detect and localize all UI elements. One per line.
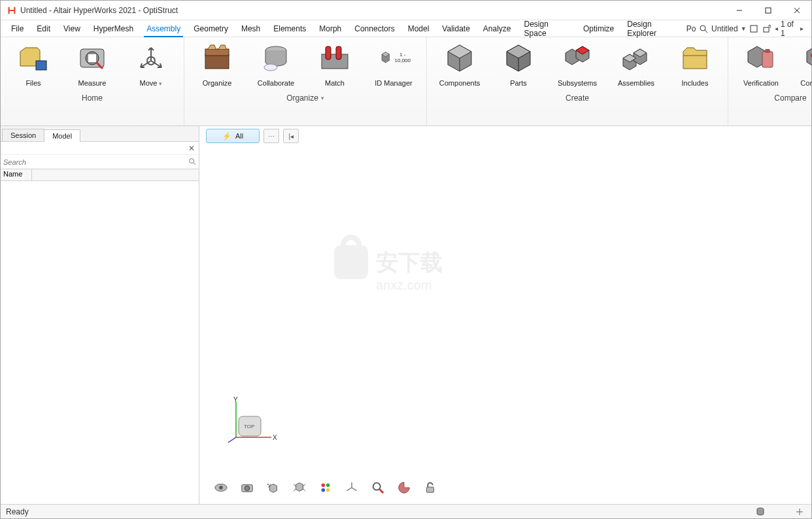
svg-rect-14	[205, 49, 229, 56]
chevron-down-icon[interactable]: ▼	[741, 25, 747, 32]
view-triad[interactable]: Y X TOP	[224, 397, 277, 452]
menu-morph[interactable]: Morph	[313, 20, 348, 37]
move-button[interactable]: Move ▾	[126, 41, 176, 87]
menu-assembly[interactable]: Assembly	[140, 20, 187, 37]
search-input[interactable]	[3, 158, 188, 166]
bolt-icon: ⚡	[222, 132, 231, 141]
menu-design-explorer[interactable]: Design Explorer	[620, 20, 686, 37]
svg-text:安下载: 安下载	[376, 250, 443, 275]
menu-validate[interactable]: Validate	[435, 20, 476, 37]
column-name[interactable]: Name	[1, 169, 32, 180]
model-tree[interactable]	[1, 181, 199, 504]
app-logo-icon	[7, 6, 16, 15]
includes-label: Includes	[682, 79, 709, 87]
lock-icon[interactable]	[422, 479, 439, 496]
svg-rect-1	[766, 8, 771, 13]
includes-icon	[678, 41, 712, 75]
parts-button[interactable]: Parts	[494, 41, 543, 87]
menu-model[interactable]: Model	[401, 20, 436, 37]
tab-model[interactable]: Model	[44, 129, 80, 142]
statusbar: Ready	[1, 504, 811, 518]
settings-corner-icon[interactable]	[793, 506, 806, 518]
fit-icon[interactable]	[291, 479, 308, 496]
parts-icon	[501, 41, 535, 75]
menu-optimize[interactable]: Optimize	[577, 20, 620, 37]
svg-point-16	[264, 64, 277, 71]
id-manager-button[interactable]: 1 - 10,000 ID Manager	[369, 41, 418, 87]
svg-point-39	[245, 486, 249, 490]
move-label: Move ▾	[140, 79, 163, 87]
measure-button[interactable]: Measure	[67, 41, 117, 87]
idmanager-icon: 1 - 10,000	[377, 41, 411, 75]
verification-button[interactable]: Verification	[736, 41, 786, 87]
match-icon	[318, 41, 352, 75]
page-prev-icon[interactable]: ◂	[775, 25, 778, 32]
organize-label: Organize	[203, 79, 232, 87]
render-icon[interactable]	[396, 479, 413, 496]
ribbon-group-home: Files Measure Move ▾ Home	[1, 37, 184, 126]
verification-icon	[744, 41, 778, 75]
menu-elements[interactable]: Elements	[267, 20, 313, 37]
components-button[interactable]: Components	[435, 41, 484, 87]
camera-icon[interactable]	[239, 479, 256, 496]
assemblies-label: Assemblies	[618, 79, 654, 87]
selector-all[interactable]: ⚡All	[206, 129, 260, 143]
tab-session[interactable]: Session	[2, 129, 44, 141]
square-icon[interactable]	[749, 23, 760, 35]
svg-rect-13	[205, 54, 229, 69]
search-icon[interactable]	[698, 23, 709, 35]
assemblies-button[interactable]: Assemblies	[611, 41, 661, 87]
files-icon	[16, 41, 50, 75]
menu-design-space[interactable]: Design Space	[518, 20, 577, 37]
comparison-button[interactable]: Comparison	[795, 41, 812, 87]
svg-line-25	[194, 162, 195, 164]
rotate-icon[interactable]	[265, 479, 282, 496]
svg-rect-46	[427, 487, 434, 492]
close-button[interactable]	[783, 1, 811, 20]
view-tools	[212, 479, 439, 496]
selector-more-button[interactable]: ⋯	[263, 129, 279, 143]
menu-analyze[interactable]: Analyze	[477, 20, 518, 37]
ribbon-group-compare: Verification Comparison Compare	[728, 37, 812, 126]
svg-point-44	[373, 483, 381, 490]
menu-file[interactable]: File	[5, 20, 30, 37]
status-db-icon[interactable]	[754, 506, 767, 518]
svg-point-24	[190, 158, 194, 163]
close-panel-icon[interactable]: ✕	[188, 144, 195, 153]
zoom-icon[interactable]	[369, 479, 386, 496]
menu-hypermesh[interactable]: HyperMesh	[87, 20, 140, 37]
eye-icon[interactable]	[212, 479, 229, 496]
files-label: Files	[25, 79, 41, 87]
includes-button[interactable]: Includes	[670, 41, 720, 87]
export-icon[interactable]	[762, 23, 772, 35]
maximize-button[interactable]	[754, 1, 783, 20]
palette-icon[interactable]	[317, 479, 334, 496]
menu-view[interactable]: View	[57, 20, 87, 37]
window-title: Untitled - Altair HyperWorks 2021 - Opti…	[20, 6, 178, 15]
minimize-button[interactable]	[725, 1, 754, 20]
axes-icon[interactable]	[343, 479, 360, 496]
menu-edit[interactable]: Edit	[30, 20, 57, 37]
chevron-down-icon[interactable]: ▾	[321, 95, 324, 101]
svg-point-37	[219, 486, 223, 490]
organize-icon	[200, 41, 234, 75]
organize-button[interactable]: Organize	[192, 41, 242, 87]
collaborate-label: Collaborate	[258, 79, 294, 87]
svg-rect-20	[762, 52, 773, 67]
selector-first-button[interactable]: |◂	[283, 129, 299, 143]
viewport[interactable]: ⚡All ⋯ |◂ 安下载 anxz.com Y X	[199, 126, 811, 504]
comparison-icon	[803, 41, 812, 75]
match-button[interactable]: Match	[310, 41, 360, 87]
menu-mesh[interactable]: Mesh	[235, 20, 267, 37]
document-name[interactable]: Untitled	[711, 24, 738, 33]
search-icon[interactable]	[188, 156, 196, 168]
comparison-label: Comparison	[800, 79, 812, 87]
menu-geometry[interactable]: Geometry	[187, 20, 235, 37]
svg-point-40	[322, 484, 326, 488]
collaborate-button[interactable]: Collaborate	[251, 41, 301, 87]
files-button[interactable]: Files	[8, 41, 58, 87]
page-next-icon[interactable]: ▸	[800, 25, 804, 32]
svg-rect-6	[751, 25, 757, 32]
subsystems-button[interactable]: Subsystems	[552, 41, 602, 87]
menu-connectors[interactable]: Connectors	[348, 20, 401, 37]
